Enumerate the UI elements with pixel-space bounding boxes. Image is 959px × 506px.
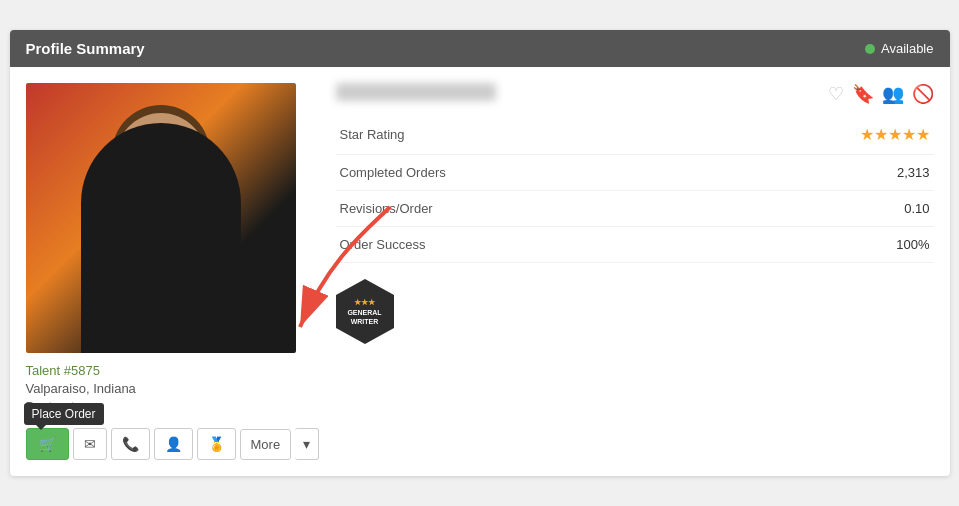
star-rating-value: ★★★★★ — [691, 115, 934, 155]
status-dot — [865, 44, 875, 54]
action-buttons: Place Order 🛒 ✉ 📞 👤 🏅 More ▾ — [26, 428, 316, 460]
card-header: Profile Summary Available — [10, 30, 950, 67]
top-action-icons: ♡ 🔖 👥 🚫 — [828, 83, 934, 105]
stats-table: Star Rating ★★★★★ Completed Orders 2,313… — [336, 115, 934, 263]
talent-info: Talent #5875 Valparaiso, Indiana Doctora… — [26, 363, 316, 414]
order-success-value: 100% — [691, 227, 934, 263]
talent-id: Talent #5875 — [26, 363, 316, 378]
completed-orders-label: Completed Orders — [336, 155, 691, 191]
profile-card: Profile Summary Available Talent #5875 V… — [10, 30, 950, 476]
hex-text: ★★★ GENERAL WRITER — [347, 297, 381, 326]
general-writer-badge: ★★★ GENERAL WRITER — [336, 279, 394, 345]
more-button[interactable]: More — [240, 429, 292, 460]
profile-name-blurred — [336, 83, 496, 101]
revisions-value: 0.10 — [691, 191, 934, 227]
status-label: Available — [881, 41, 934, 56]
order-success-label: Order Success — [336, 227, 691, 263]
right-column: ♡ 🔖 👥 🚫 Star Rating ★★★★★ Completed Orde… — [336, 83, 934, 460]
more-dropdown-button[interactable]: ▾ — [295, 428, 319, 460]
profile-photo — [26, 83, 296, 353]
talent-degree: Doctorate — [26, 399, 316, 414]
talent-location: Valparaiso, Indiana — [26, 381, 316, 396]
badge-icon: 🏅 — [208, 436, 225, 452]
chevron-down-icon: ▾ — [303, 436, 310, 452]
cart-icon: 🛒 — [39, 436, 56, 452]
block-icon[interactable]: 🚫 — [912, 83, 934, 105]
message-button[interactable]: ✉ — [73, 428, 107, 460]
badge-line1: GENERAL — [347, 309, 381, 316]
star-rating-row: Star Rating ★★★★★ — [336, 115, 934, 155]
favorite-icon[interactable]: ♡ — [828, 83, 844, 105]
body — [81, 123, 241, 353]
order-success-row: Order Success 100% — [336, 227, 934, 263]
badge-button[interactable]: 🏅 — [197, 428, 236, 460]
phone-icon: 📞 — [122, 436, 139, 452]
completed-orders-value: 2,313 — [691, 155, 934, 191]
badge-line2: WRITER — [351, 318, 379, 325]
star-rating-label: Star Rating — [336, 115, 691, 155]
completed-orders-row: Completed Orders 2,313 — [336, 155, 934, 191]
badge-area: ★★★ GENERAL WRITER — [336, 279, 934, 349]
bookmark-icon[interactable]: 🔖 — [852, 83, 874, 105]
card-body: Talent #5875 Valparaiso, Indiana Doctora… — [10, 67, 950, 476]
place-order-button[interactable]: 🛒 — [26, 428, 69, 460]
revisions-row: Revisions/Order 0.10 — [336, 191, 934, 227]
left-column: Talent #5875 Valparaiso, Indiana Doctora… — [26, 83, 316, 460]
assign-button[interactable]: 👤 — [154, 428, 193, 460]
revisions-label: Revisions/Order — [336, 191, 691, 227]
hex-shape: ★★★ GENERAL WRITER — [336, 295, 394, 328]
group-icon[interactable]: 👥 — [882, 83, 904, 105]
hex-stars: ★★★ — [347, 297, 381, 307]
phone-button[interactable]: 📞 — [111, 428, 150, 460]
card-title: Profile Summary — [26, 40, 145, 57]
assign-icon: 👤 — [165, 436, 182, 452]
email-icon: ✉ — [84, 436, 96, 452]
status-indicator: Available — [865, 41, 934, 56]
stars-display: ★★★★★ — [860, 126, 930, 143]
